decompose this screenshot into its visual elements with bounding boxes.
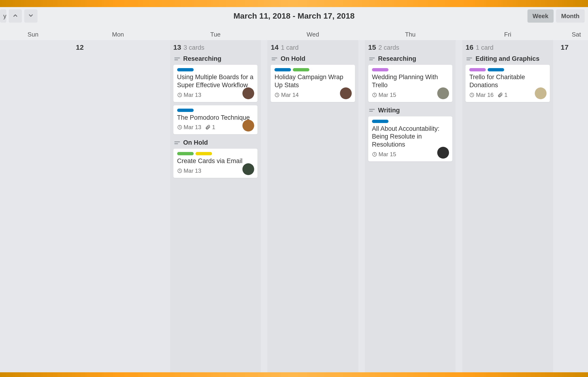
due-date-text: Mar 15 — [379, 92, 396, 98]
card-title: Using Multiple Boards for a Super Effect… — [177, 73, 254, 89]
list-name: On Hold — [183, 139, 208, 146]
due-date: Mar 13 — [177, 167, 201, 174]
card-count: 2 cards — [378, 44, 399, 51]
card-labels — [177, 68, 254, 71]
card-footer: Mar 14 — [275, 92, 351, 98]
list-name: Researching — [378, 55, 416, 62]
bottom-brand-stripe — [0, 372, 588, 377]
day-number: 14 — [271, 43, 278, 51]
month-view-button[interactable]: Month — [556, 9, 585, 23]
card-title: Holiday Campaign Wrap Up Stats — [275, 73, 351, 89]
card-labels — [469, 68, 546, 71]
label-green — [293, 68, 309, 71]
list-name: Writing — [378, 107, 400, 114]
view-toggle: Week Month — [528, 9, 585, 23]
due-date: Mar 15 — [372, 92, 396, 98]
card-labels — [177, 109, 254, 112]
day-column: 152 cardsResearchingWedding Planning Wit… — [365, 40, 456, 372]
day-column: 12 — [73, 40, 163, 372]
list-handle-icon — [369, 108, 376, 112]
avatar[interactable] — [242, 163, 254, 175]
avatar[interactable] — [437, 87, 449, 99]
card-labels — [275, 68, 351, 71]
card[interactable]: Holiday Campaign Wrap Up StatsMar 14 — [271, 65, 355, 102]
card[interactable]: The Pomodoro TechniqueMar 131 — [173, 105, 258, 135]
day-label-fri: Fri — [462, 31, 553, 38]
attachment-count: 1 — [497, 92, 507, 98]
avatar[interactable] — [340, 87, 352, 99]
card[interactable]: All About Accountability: Being Resolute… — [368, 116, 452, 161]
card-labels — [177, 152, 254, 155]
day-label-mon: Mon — [73, 31, 163, 38]
attachment-count: 1 — [205, 124, 215, 130]
calendar-body: 12133 cardsResearchingUsing Multiple Boa… — [0, 40, 588, 372]
clock-icon — [372, 92, 377, 97]
label-blue — [177, 68, 194, 71]
label-purple — [469, 68, 486, 71]
clock-icon — [177, 92, 182, 97]
card-labels — [372, 68, 449, 71]
list-handle-icon — [466, 57, 473, 61]
day-label-thu: Thu — [365, 31, 456, 38]
due-date-text: Mar 13 — [184, 124, 201, 130]
due-date-text: Mar 15 — [379, 151, 396, 158]
list-name: Researching — [183, 55, 221, 62]
due-date: Mar 13 — [177, 92, 201, 98]
date-range-title: March 11, 2018 - March 17, 2018 — [233, 11, 355, 21]
due-date-text: Mar 13 — [184, 167, 201, 174]
day-label-sat: Sat — [560, 31, 588, 38]
card-title: The Pomodoro Technique — [177, 114, 254, 122]
day-number: 17 — [561, 43, 568, 51]
clock-icon — [275, 92, 280, 97]
chevron-up-icon — [12, 12, 18, 21]
list-header: On Hold — [271, 54, 355, 65]
due-date: Mar 14 — [275, 92, 299, 98]
day-header: 152 cards — [368, 43, 452, 51]
card-title: Create Cards via Email — [177, 157, 254, 165]
day-header: 12 — [76, 43, 160, 51]
day-number: 12 — [76, 43, 84, 51]
prev-week-button[interactable] — [9, 9, 22, 23]
chevron-down-icon — [28, 12, 34, 21]
card[interactable]: Create Cards via EmailMar 13 — [173, 149, 258, 178]
day-label-sun: Sun — [0, 31, 66, 38]
card[interactable]: Using Multiple Boards for a Super Effect… — [173, 65, 258, 102]
avatar[interactable] — [437, 147, 449, 159]
attachment-count-text: 1 — [504, 92, 507, 98]
day-label-tue: Tue — [170, 31, 261, 38]
card-count: 1 card — [476, 44, 494, 51]
day-column: 133 cardsResearchingUsing Multiple Board… — [170, 40, 261, 372]
day-column: 141 cardOn HoldHoliday Campaign Wrap Up … — [267, 40, 358, 372]
avatar[interactable] — [535, 87, 547, 99]
label-blue — [275, 68, 291, 71]
label-yellow — [196, 152, 212, 155]
today-button[interactable]: y — [0, 9, 6, 23]
label-blue — [177, 109, 194, 112]
list-header: Researching — [173, 54, 258, 65]
attachment-count-text: 1 — [212, 124, 215, 130]
card-title: All About Accountability: Being Resolute… — [372, 125, 449, 149]
week-view-button[interactable]: Week — [528, 9, 553, 23]
due-date-text: Mar 13 — [184, 92, 201, 98]
card-count: 1 card — [281, 44, 299, 51]
card-title: Wedding Planning With Trello — [372, 73, 449, 89]
day-header: 161 card — [465, 43, 550, 51]
clock-icon — [177, 168, 182, 173]
nav-controls: y — [0, 7, 37, 23]
day-header: 133 cards — [173, 43, 258, 51]
due-date: Mar 13 — [177, 124, 201, 130]
day-number: 16 — [465, 43, 473, 51]
label-blue — [488, 68, 504, 71]
list-header: Researching — [368, 54, 452, 65]
next-week-button[interactable] — [24, 9, 37, 23]
day-number: 13 — [173, 43, 181, 51]
paperclip-icon — [497, 92, 503, 98]
day-header: 141 card — [271, 43, 355, 51]
list-name: On Hold — [281, 55, 305, 62]
list-header: On Hold — [173, 138, 258, 149]
due-date-text: Mar 14 — [281, 92, 299, 98]
avatar[interactable] — [242, 87, 254, 99]
top-brand-stripe — [0, 0, 588, 7]
card[interactable]: Wedding Planning With TrelloMar 15 — [368, 65, 452, 102]
card[interactable]: Trello for Charitable DonationsMar 161 — [465, 65, 550, 102]
